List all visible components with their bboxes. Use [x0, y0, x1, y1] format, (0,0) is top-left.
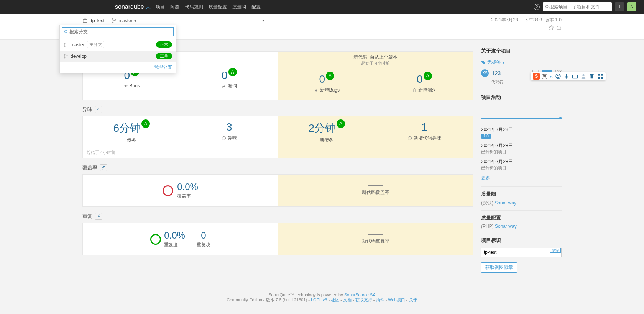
- get-badge-button[interactable]: 获取视图徽章: [481, 262, 517, 273]
- mic-icon[interactable]: [564, 73, 570, 79]
- quality-profile-link[interactable]: Sonar way: [495, 224, 517, 229]
- activity-more-link[interactable]: 更多: [481, 175, 490, 180]
- about-title: 关于这个项目: [481, 47, 562, 54]
- user-icon[interactable]: [580, 73, 586, 79]
- svg-marker-14: [549, 25, 554, 30]
- quality-gate-title: 质量阈: [481, 191, 562, 198]
- project-key-title: 项目标识: [481, 237, 562, 244]
- svg-point-24: [557, 75, 557, 76]
- duplication-link-icon[interactable]: [95, 213, 102, 220]
- new-smells-value[interactable]: 1: [421, 121, 427, 133]
- coverage-link-icon[interactable]: [100, 164, 107, 171]
- nav-admin[interactable]: 配置: [251, 4, 261, 10]
- footer-about[interactable]: 关于: [409, 298, 417, 302]
- sogou-logo-icon[interactable]: S: [533, 73, 540, 80]
- smell-link-icon[interactable]: [95, 106, 102, 113]
- skin-icon[interactable]: [589, 73, 595, 79]
- svg-point-13: [67, 55, 67, 56]
- new-debt-value[interactable]: 2分钟: [308, 121, 336, 136]
- branch-selector[interactable]: master ▾: [112, 18, 136, 23]
- loc-value[interactable]: 123: [492, 70, 501, 76]
- svg-rect-33: [598, 77, 600, 78]
- footer-docs[interactable]: 文档: [343, 298, 352, 302]
- debt-value[interactable]: 6分钟: [113, 121, 141, 136]
- quality-profile-title: 质量配置: [481, 214, 562, 221]
- svg-rect-32: [601, 74, 603, 76]
- footer-lgpl[interactable]: LGPL v3: [311, 298, 327, 302]
- quality-gate-link[interactable]: Sonar way: [495, 200, 516, 206]
- emoji-icon[interactable]: [555, 73, 561, 79]
- user-avatar[interactable]: A: [627, 2, 636, 11]
- nav-projects[interactable]: 项目: [156, 4, 165, 10]
- smells-label: 异味: [181, 135, 278, 141]
- branch-status: 正常: [156, 41, 172, 48]
- toolbox-icon[interactable]: [597, 73, 603, 79]
- footer-plugins[interactable]: 插件: [376, 298, 384, 302]
- keyboard-icon[interactable]: [572, 73, 578, 79]
- analysis-date: 2021年7月28日 下午3:03: [491, 17, 542, 23]
- nav-rules[interactable]: 代码规则: [185, 4, 203, 10]
- duplication-panel: 0.0% 重复度 0 重复块 新代码重复率: [82, 223, 473, 255]
- svg-point-10: [67, 44, 67, 44]
- overview-dropdown[interactable]: ▾: [262, 18, 264, 23]
- copy-key-button[interactable]: 复制: [550, 248, 561, 253]
- svg-point-21: [222, 136, 225, 140]
- branch-search-input[interactable]: [69, 28, 172, 35]
- global-search[interactable]: [543, 2, 612, 11]
- bugs-label: Bugs: [83, 83, 181, 88]
- nav-issues[interactable]: 问题: [170, 4, 179, 10]
- sonarsource-link[interactable]: SonarSource SA: [344, 293, 376, 297]
- svg-point-12: [64, 57, 65, 58]
- logo[interactable]: sonarqube: [115, 3, 151, 10]
- footer-edition: Community Edition: [227, 298, 262, 302]
- svg-point-8: [64, 43, 65, 44]
- activity-sparkline: [481, 105, 562, 119]
- duplication-value[interactable]: 0.0%: [164, 230, 185, 241]
- new-debt-label: 新债务: [278, 137, 376, 144]
- home-icon[interactable]: [556, 25, 562, 30]
- vuln-value[interactable]: 0: [222, 69, 228, 82]
- tags-selector[interactable]: 无标签▾: [481, 59, 562, 65]
- activity-item: 2021年7月28日 已分析的项目: [481, 142, 562, 155]
- branch-item-develop[interactable]: develop 正常: [60, 51, 176, 62]
- footer-community[interactable]: 社区: [331, 298, 339, 302]
- top-nav: sonarqube 项目 问题 代码规则 质量配置 质量阈 配置 ? + A: [0, 0, 644, 14]
- qp-lang-label: (PHP): [481, 224, 494, 229]
- project-key-input[interactable]: [481, 248, 562, 257]
- footer-api[interactable]: Web接口: [388, 298, 405, 302]
- footer-support[interactable]: 获取支持: [355, 298, 372, 302]
- project-name[interactable]: tp-test: [91, 18, 105, 23]
- tag-icon: [481, 60, 486, 65]
- svg-rect-20: [413, 90, 416, 92]
- manage-branches-link[interactable]: 管理分支: [154, 64, 172, 70]
- svg-point-25: [559, 75, 559, 76]
- branch-item-master[interactable]: master 主分支 正常: [60, 39, 176, 51]
- ime-toolbar[interactable]: S 英 ●,: [531, 72, 606, 80]
- help-icon[interactable]: ?: [534, 4, 540, 10]
- smells-value[interactable]: 3: [226, 121, 232, 133]
- branch-icon: [64, 54, 68, 59]
- dup-blocks-value[interactable]: 0: [197, 230, 210, 241]
- coverage-label: 覆盖率: [177, 193, 198, 200]
- version-label: 版本: [545, 17, 554, 23]
- vuln-rating: A: [228, 68, 237, 76]
- new-vuln-value[interactable]: 0: [417, 73, 423, 85]
- star-icon[interactable]: [549, 25, 554, 30]
- version-value: 1.0: [555, 17, 562, 23]
- version-badge: 1.0: [481, 134, 491, 139]
- svg-rect-27: [572, 75, 577, 78]
- ime-lang[interactable]: 英: [542, 73, 547, 80]
- coverage-value[interactable]: 0.0%: [177, 182, 198, 192]
- page-footer: SonarQube™ technology is powered by Sona…: [0, 288, 644, 311]
- create-button[interactable]: +: [615, 2, 624, 11]
- footer-version: 版本 7.6 (build 21501): [266, 298, 307, 302]
- coverage-section-title: 覆盖率: [82, 164, 97, 171]
- new-bugs-value[interactable]: 0: [319, 73, 325, 85]
- ime-punct-icon[interactable]: ●,: [549, 74, 553, 78]
- lock-icon: [412, 88, 417, 93]
- global-search-input[interactable]: [549, 4, 610, 10]
- nav-quality-profiles[interactable]: 质量配置: [209, 4, 227, 10]
- branch-dropdown: master 主分支 正常 develop 正常 管理分支: [59, 25, 176, 73]
- nav-quality-gates[interactable]: 质量阈: [232, 4, 246, 10]
- branch-name: develop: [71, 54, 87, 59]
